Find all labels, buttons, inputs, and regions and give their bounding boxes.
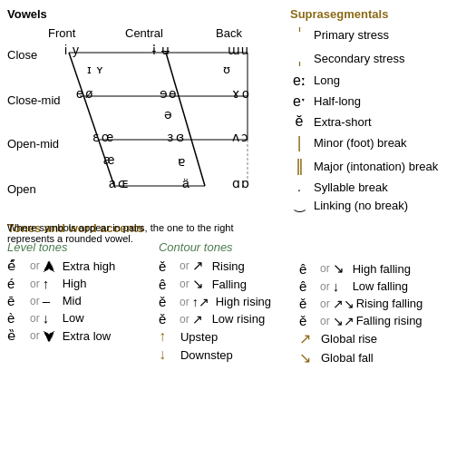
falling-desc: Falling (212, 278, 247, 291)
tone-row-high: é or ↑ High (7, 276, 150, 291)
svg-text:ʏ: ʏ (96, 63, 103, 76)
svg-text:ɪ: ɪ (87, 63, 92, 76)
high-rising-desc: High rising (216, 295, 271, 308)
contour-row-downstep: ↓ Downstep (159, 346, 299, 363)
low-rising-desc: Low rising (212, 312, 266, 326)
low-diacritic: ↓ (43, 310, 59, 326)
mid-desc: Mid (63, 294, 82, 307)
low-rising-arrow: ↗ (192, 312, 209, 327)
supraseg-row-primary: ˈ Primary stress (290, 24, 476, 44)
extra-high-diacritic: ⮝ (43, 258, 59, 274)
extra-low-desc: Extra low (63, 329, 111, 343)
svg-text:o: o (242, 86, 249, 101)
mid-diacritic: – (43, 293, 59, 308)
syllable-break-label: Syllable break (314, 180, 388, 194)
or-c4: or (180, 313, 189, 326)
contour-row-rising: ě or ↗ Rising (159, 258, 299, 274)
supraseg-row-minor: | Minor (foot) break (290, 133, 476, 152)
extra-low-char: ȅ (7, 327, 27, 344)
svg-text:ɘ: ɘ (160, 86, 168, 101)
upstep-arrow: ↑ (159, 328, 177, 345)
secondary-stress-label: Secondary stress (314, 52, 404, 65)
rising-desc: Rising (212, 259, 245, 273)
row-close: Close (7, 48, 37, 62)
svg-text:i: i (64, 43, 67, 57)
or-label: or (30, 259, 40, 272)
falling-rising-arrow: ↘↗ (333, 314, 353, 328)
svg-text:u: u (241, 43, 248, 57)
extra-high-char: é̋ (7, 258, 27, 274)
svg-text:ɯ: ɯ (228, 43, 240, 57)
svg-text:ɒ: ɒ (241, 176, 249, 190)
or-c3: or (180, 296, 189, 308)
svg-text:ɤ: ɤ (232, 86, 239, 101)
svg-text:ä: ä (182, 176, 189, 190)
or-d4: or (320, 315, 330, 327)
falling-rising-char: ě (299, 313, 317, 328)
row-open: Open (7, 182, 36, 196)
low-falling-arrow: ↓ (333, 278, 349, 294)
contour-col1: Contour tones ě or ↗ Rising ê or ↘ Falli… (159, 240, 299, 368)
level-tones-column: Level tones é̋ or ⮝ Extra high é or ↑ Hi… (7, 240, 150, 346)
upstep-desc: Upstep (180, 330, 218, 344)
supraseg-row-secondary: ˌ Secondary stress (290, 48, 476, 68)
contour-row-falling-rising: ě or ↘↗ Falling rising (299, 313, 453, 328)
svg-text:ø: ø (85, 86, 93, 101)
or-d1: or (320, 262, 330, 275)
high-diacritic: ↑ (43, 276, 59, 291)
halflong-label: Half-long (314, 94, 361, 108)
long-symbol: eː (290, 72, 308, 89)
high-desc: High (63, 277, 87, 290)
tone-row-mid: ē or – Mid (7, 293, 150, 308)
supraseg-row-extrashort: ĕ Extra-short (290, 113, 476, 130)
supraseg-title: Suprasegmentals (290, 7, 476, 21)
vowels-note: Where symbols appear in pairs, the one t… (7, 222, 275, 244)
suprasegmentals-section: Suprasegmentals ˈ Primary stress ˌ Secon… (290, 7, 476, 216)
global-rise-desc: Global rise (321, 332, 377, 346)
contour-tones-section: Contour tones ě or ↗ Rising ê or ↘ Falli… (159, 240, 476, 368)
or-d3: or (320, 297, 330, 310)
rising-falling-char: ě (299, 296, 317, 311)
svg-text:ə: ə (164, 107, 172, 122)
or-label-2: or (30, 278, 40, 290)
vowels-title: Vowels (7, 7, 288, 21)
extrashort-label: Extra-short (314, 115, 372, 129)
syllable-break-symbol: . (290, 180, 308, 194)
or-c1: or (180, 259, 189, 272)
contour-row-falling: ê or ↘ Falling (159, 276, 299, 292)
supraseg-row-halflong: eˑ Half-long (290, 93, 476, 110)
contour-row-upstep: ↑ Upstep (159, 328, 299, 345)
low-falling-char: ê (299, 278, 317, 294)
global-fall-desc: Global fall (321, 351, 374, 365)
high-char: é (7, 276, 27, 291)
contour-row-low-rising: ě or ↗ Low rising (159, 311, 299, 327)
supraseg-row-linking: ‿ Linking (no break) (290, 198, 476, 212)
supraseg-row-long: eː Long (290, 72, 476, 89)
rising-falling-arrow: ↗↘ (333, 297, 353, 311)
col-central: Central (125, 26, 163, 40)
low-rising-char: ě (159, 311, 177, 327)
svg-text:ʉ: ʉ (161, 43, 170, 57)
svg-text:y: y (73, 43, 79, 57)
major-break-symbol: ‖ (290, 156, 308, 176)
svg-text:ɜ: ɜ (167, 130, 173, 144)
low-char: è (7, 310, 27, 326)
svg-text:e: e (76, 86, 83, 101)
high-rising-arrow: ↑↗ (192, 295, 212, 309)
svg-text:œ: œ (102, 130, 113, 144)
tone-row-extra-high: é̋ or ⮝ Extra high (7, 258, 150, 274)
extra-high-desc: Extra high (63, 259, 116, 273)
or-label-3: or (30, 295, 40, 307)
svg-text:ʌ: ʌ (232, 130, 239, 144)
svg-text:ʊ: ʊ (223, 63, 230, 76)
svg-text:ɐ: ɐ (178, 154, 185, 169)
low-falling-desc: Low falling (353, 279, 408, 293)
svg-text:ɛ: ɛ (92, 130, 100, 144)
minor-break-symbol: | (290, 133, 308, 152)
contour-col2: ê or ↘ High falling ê or ↓ Low falling ě… (299, 240, 453, 368)
row-close-mid: Close-mid (7, 93, 61, 107)
halflong-symbol: eˑ (290, 93, 308, 110)
global-rise-arrow: ↗ (299, 330, 317, 347)
supraseg-row-major: ‖ Major (intonation) break (290, 156, 476, 176)
extra-low-diacritic: ⮟ (43, 328, 59, 344)
